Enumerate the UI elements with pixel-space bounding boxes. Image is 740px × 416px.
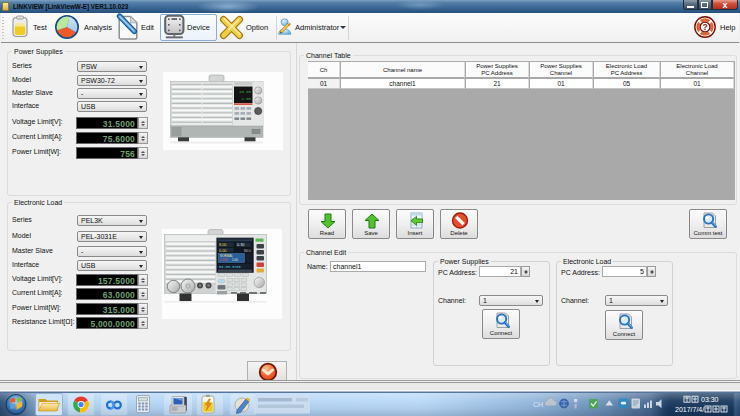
- svg-text:8.00: 8.00: [219, 243, 226, 247]
- svg-text:4.05: 4.05: [241, 97, 251, 101]
- svg-text:80.0: 80.0: [244, 249, 251, 253]
- svg-text:1.00: 1.00: [232, 258, 238, 262]
- svg-text:CH: CH: [533, 401, 543, 408]
- svg-text:40.00: 40.00: [239, 90, 252, 94]
- svg-text:58.00-3700: 58.00-3700: [219, 265, 241, 269]
- svg-text:?: ?: [702, 22, 707, 32]
- svg-text:2.000: 2.000: [220, 258, 228, 262]
- svg-text:2017/7/4/: 2017/7/4/: [675, 406, 704, 413]
- svg-text:0.30: 0.30: [237, 243, 244, 247]
- svg-text:0.00: 0.00: [219, 249, 226, 253]
- svg-text:03:30: 03:30: [701, 396, 719, 403]
